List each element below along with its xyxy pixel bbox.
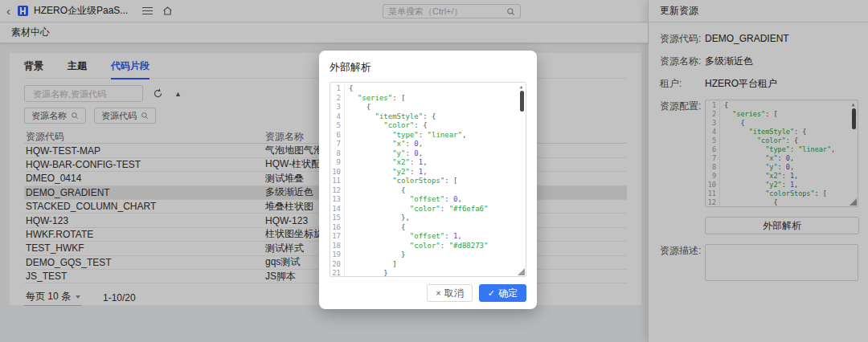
line-number: 20 — [330, 260, 345, 270]
resize-grip-icon[interactable] — [518, 268, 525, 275]
code-line: 8 "y": 0, — [330, 149, 526, 159]
code-line: 4 "itemStyle": { — [330, 112, 526, 122]
line-number: 6 — [330, 131, 345, 140]
line-number: 3 — [330, 103, 345, 112]
line-number: 14 — [330, 205, 345, 214]
line-number: 5 — [330, 121, 345, 131]
line-number: 17 — [330, 232, 345, 242]
check-icon: ✓ — [488, 289, 495, 298]
code-line: 9 "x2": 1, — [330, 158, 526, 168]
confirm-label: 确定 — [498, 287, 518, 300]
close-icon: × — [436, 289, 440, 298]
line-number: 21 — [330, 269, 345, 277]
line-number: 8 — [330, 149, 345, 159]
code-line: 13 "offset": 0, — [330, 195, 526, 205]
code-line: 10 "y2": 1, — [330, 168, 526, 177]
line-number: 7 — [330, 140, 345, 149]
code-line: 20 ] — [330, 260, 526, 270]
code-line: 11 "colorStops": [ — [330, 177, 526, 186]
scrollbar-up-icon[interactable]: ▲ — [518, 83, 525, 90]
line-number: 16 — [330, 223, 345, 233]
line-number: 10 — [330, 168, 345, 177]
external-parse-modal: 外部解析 1{2 "series": [3 {4 "itemStyle": {5… — [319, 51, 537, 309]
code-line: 15 }, — [330, 214, 526, 223]
code-line: 16 { — [330, 223, 526, 233]
parse-code-editor[interactable]: 1{2 "series": [3 {4 "itemStyle": {5 "col… — [330, 82, 526, 277]
line-number: 2 — [330, 94, 345, 104]
code-line: 7 "x": 0, — [330, 140, 526, 149]
line-number: 11 — [330, 177, 345, 186]
code-line: 17 "offset": 1, — [330, 232, 526, 242]
line-number: 13 — [330, 195, 345, 205]
code-line: 3 { — [330, 103, 526, 112]
line-number: 4 — [330, 112, 345, 122]
code-line: 1{ — [330, 84, 526, 94]
line-number: 19 — [330, 250, 345, 260]
code-line: 14 "color": "#f6efa6" — [330, 205, 526, 214]
cancel-label: 取消 — [444, 287, 464, 300]
code-line: 21 } — [330, 269, 526, 277]
line-number: 18 — [330, 242, 345, 251]
code-line: 18 "color": "#d88273" — [330, 242, 526, 251]
code-line: 19 } — [330, 250, 526, 260]
modal-footer: × 取消 ✓ 确定 — [330, 284, 526, 302]
line-number: 12 — [330, 186, 345, 196]
line-number: 1 — [330, 84, 345, 94]
confirm-button[interactable]: ✓ 确定 — [479, 284, 526, 302]
code-line: 6 "type": "linear", — [330, 131, 526, 140]
scrollbar-thumb[interactable] — [520, 91, 524, 112]
line-number: 15 — [330, 214, 345, 223]
line-number: 9 — [330, 158, 345, 168]
code-line: 2 "series": [ — [330, 94, 526, 104]
code-line: 12 { — [330, 186, 526, 196]
code-line: 5 "color": { — [330, 121, 526, 131]
modal-title: 外部解析 — [330, 60, 526, 75]
cancel-button[interactable]: × 取消 — [427, 284, 472, 302]
